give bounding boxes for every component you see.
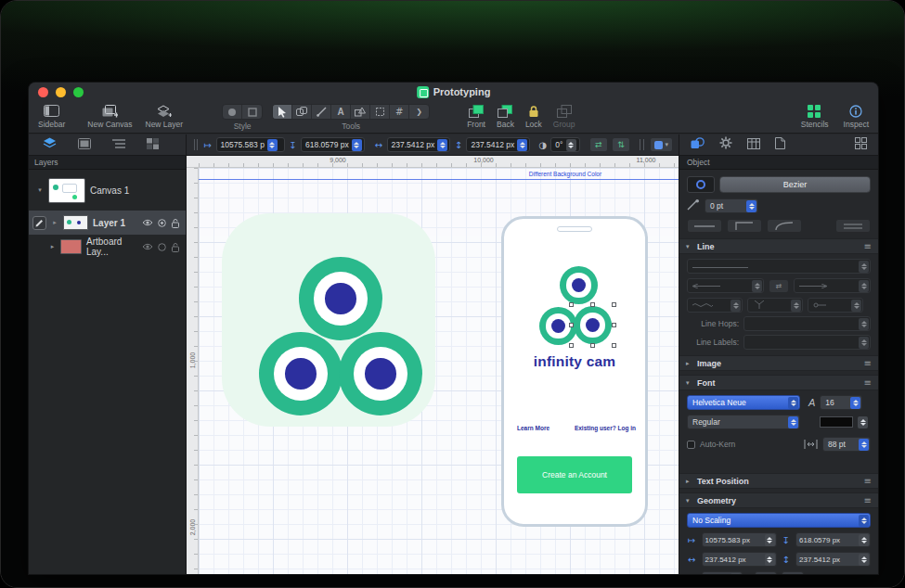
stepper-control[interactable] bbox=[851, 300, 861, 312]
section-image[interactable]: ▸ Image ≡ bbox=[679, 355, 878, 371]
tab-outline-icon[interactable] bbox=[112, 136, 125, 153]
share-badge-icon[interactable] bbox=[158, 219, 166, 227]
create-account-button[interactable]: Create an Account bbox=[517, 456, 632, 493]
swap-arrows-button[interactable]: ⇄ bbox=[769, 279, 789, 293]
geometry-rotation-field[interactable]: 0° bbox=[702, 571, 743, 574]
selection-tool-button[interactable] bbox=[273, 105, 292, 119]
section-menu-icon[interactable]: ≡ bbox=[864, 495, 872, 505]
inspector-grid-icon[interactable] bbox=[855, 136, 867, 153]
line-cap-popup[interactable] bbox=[808, 298, 863, 313]
unlock-icon[interactable] bbox=[171, 218, 180, 228]
artboard-tool-button[interactable] bbox=[370, 105, 390, 119]
layer-row-selected[interactable]: ▸ Layer 1 bbox=[29, 211, 186, 235]
line-start-arrow-popup[interactable] bbox=[687, 278, 764, 293]
stepper-control[interactable] bbox=[765, 554, 775, 566]
stepper-control[interactable] bbox=[788, 416, 798, 428]
font-color-well[interactable] bbox=[820, 416, 853, 428]
design-canvas[interactable]: Different Background Color bbox=[199, 168, 679, 574]
duplicate-tool-button[interactable] bbox=[292, 105, 312, 119]
line-tool-button[interactable] bbox=[312, 105, 331, 119]
stepper-control[interactable] bbox=[859, 280, 869, 292]
stepper-control[interactable] bbox=[859, 554, 869, 566]
stepper-control[interactable] bbox=[850, 397, 860, 409]
sidebar-toggle-button[interactable]: Sidebar bbox=[38, 104, 65, 129]
font-size-field[interactable]: 16 bbox=[820, 395, 862, 410]
geometry-width-field[interactable]: 237.5412 px bbox=[702, 552, 777, 567]
selection-handle[interactable] bbox=[612, 343, 616, 348]
learn-more-link[interactable]: Learn More bbox=[517, 425, 549, 431]
stepper-control[interactable] bbox=[746, 200, 756, 212]
stepper-control[interactable] bbox=[859, 337, 869, 349]
tab-settings-gear-icon[interactable] bbox=[719, 136, 732, 153]
section-menu-icon[interactable]: ≡ bbox=[864, 241, 872, 251]
selection-handle[interactable] bbox=[612, 323, 616, 327]
line-labels-popup[interactable] bbox=[743, 335, 871, 350]
flip-horizontal-button[interactable]: ⇄ bbox=[755, 571, 777, 574]
line-end-arrow-popup[interactable] bbox=[794, 278, 871, 293]
shape-tool-button[interactable] bbox=[351, 105, 370, 119]
selection-handle[interactable] bbox=[569, 323, 574, 327]
selection-handle[interactable] bbox=[612, 302, 616, 307]
stepper-control[interactable] bbox=[730, 573, 741, 575]
close-button[interactable] bbox=[38, 87, 48, 97]
geometry-y-field[interactable]: 618.0579 px bbox=[795, 532, 871, 547]
stepper-control[interactable] bbox=[859, 534, 869, 546]
new-layer-button[interactable]: New Layer bbox=[146, 104, 184, 129]
section-line[interactable]: ▾ Line ≡ bbox=[679, 238, 878, 254]
fill-style-button[interactable] bbox=[223, 105, 242, 119]
minimize-button[interactable] bbox=[56, 87, 66, 97]
selection-handle[interactable] bbox=[569, 343, 574, 348]
tab-canvases-icon[interactable] bbox=[78, 136, 91, 153]
rotation-field[interactable]: 0° bbox=[550, 137, 579, 152]
visibility-eye-icon[interactable] bbox=[142, 243, 153, 250]
section-font[interactable]: ▾ Font ≡ bbox=[679, 375, 878, 390]
height-field[interactable]: 237.5412 px bbox=[466, 137, 530, 152]
logo-circle[interactable] bbox=[574, 306, 612, 344]
section-menu-icon[interactable]: ≡ bbox=[864, 476, 872, 486]
stroke-width-field[interactable]: 0 pt bbox=[705, 198, 758, 213]
visibility-eye-icon[interactable] bbox=[142, 219, 153, 226]
table-tool-button[interactable]: # bbox=[390, 105, 409, 119]
font-style-popup[interactable]: Regular bbox=[687, 415, 800, 429]
stepper-control[interactable] bbox=[267, 139, 278, 151]
line-style-curve-button[interactable] bbox=[767, 219, 802, 233]
stepper-control[interactable] bbox=[517, 139, 527, 151]
font-family-popup[interactable]: Helvetica Neue bbox=[687, 395, 800, 410]
kern-value-field[interactable]: 88 pt bbox=[822, 437, 871, 452]
lock-button[interactable]: Lock bbox=[525, 104, 542, 129]
flip-horizontal-button[interactable]: ⇄ bbox=[589, 137, 608, 152]
stepper-control[interactable] bbox=[859, 318, 869, 330]
unlock-icon[interactable] bbox=[171, 242, 180, 252]
stepper-control[interactable] bbox=[765, 534, 775, 546]
scaling-popup[interactable]: No Scaling bbox=[687, 513, 871, 528]
line-hops-popup[interactable] bbox=[743, 316, 871, 331]
stepper-control[interactable] bbox=[752, 280, 762, 292]
section-menu-icon[interactable]: ≡ bbox=[864, 377, 872, 388]
section-menu-icon[interactable]: ≡ bbox=[864, 358, 872, 368]
text-tool-button[interactable]: A bbox=[331, 105, 351, 119]
line-style-extra-button[interactable] bbox=[835, 219, 871, 233]
app-icon-artwork[interactable] bbox=[222, 213, 435, 427]
phone-mockup[interactable]: infinity cam Learn More Existing user? L… bbox=[501, 216, 648, 527]
stepper-control[interactable] bbox=[859, 261, 869, 273]
share-badge-icon[interactable] bbox=[158, 243, 166, 251]
flip-vertical-button[interactable]: ⇅ bbox=[782, 571, 804, 574]
stepper-control[interactable] bbox=[352, 139, 362, 151]
selection-handle[interactable] bbox=[590, 302, 595, 307]
x-position-field[interactable]: 10575.583 p bbox=[216, 137, 285, 152]
shape-preview-button[interactable] bbox=[687, 176, 715, 193]
stepper-control[interactable] bbox=[791, 300, 801, 312]
section-geometry[interactable]: ▾ Geometry ≡ bbox=[679, 492, 878, 508]
stepper-control[interactable] bbox=[859, 515, 869, 527]
line-style-corner-button[interactable] bbox=[727, 219, 762, 233]
stroke-pattern-popup[interactable] bbox=[687, 259, 871, 274]
section-text-position[interactable]: ▸ Text Position ≡ bbox=[679, 473, 878, 489]
tab-object-icon[interactable] bbox=[691, 136, 705, 153]
stencils-button[interactable]: Stencils bbox=[801, 104, 829, 129]
tab-document-icon[interactable] bbox=[775, 136, 785, 153]
disclosure-chevron-icon[interactable]: ▸ bbox=[51, 219, 58, 226]
stepper-control[interactable] bbox=[730, 300, 741, 312]
stepper-control[interactable] bbox=[437, 139, 447, 151]
selection-handle[interactable] bbox=[569, 302, 574, 307]
y-position-field[interactable]: 618.0579 px bbox=[301, 137, 365, 152]
